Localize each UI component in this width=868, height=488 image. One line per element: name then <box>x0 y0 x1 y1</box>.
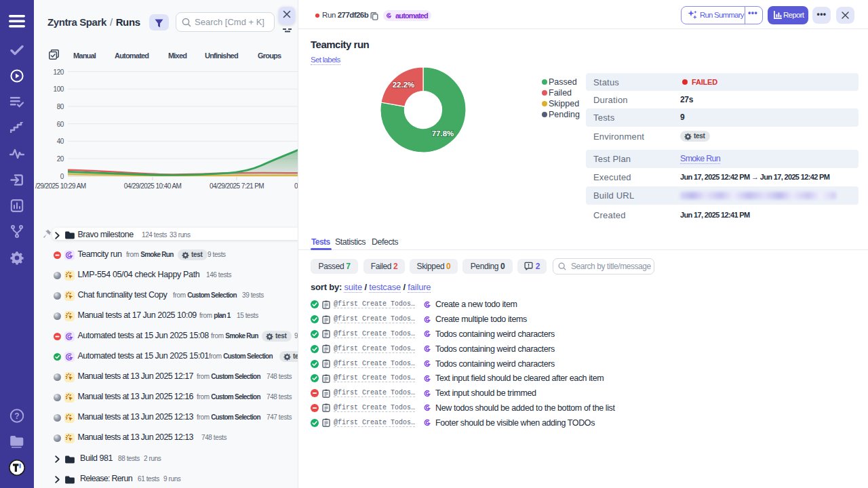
svg-text:77.8%: 77.8% <box>432 129 454 138</box>
svg-text:22.2%: 22.2% <box>393 81 415 89</box>
svg-text:?: ? <box>14 411 19 421</box>
